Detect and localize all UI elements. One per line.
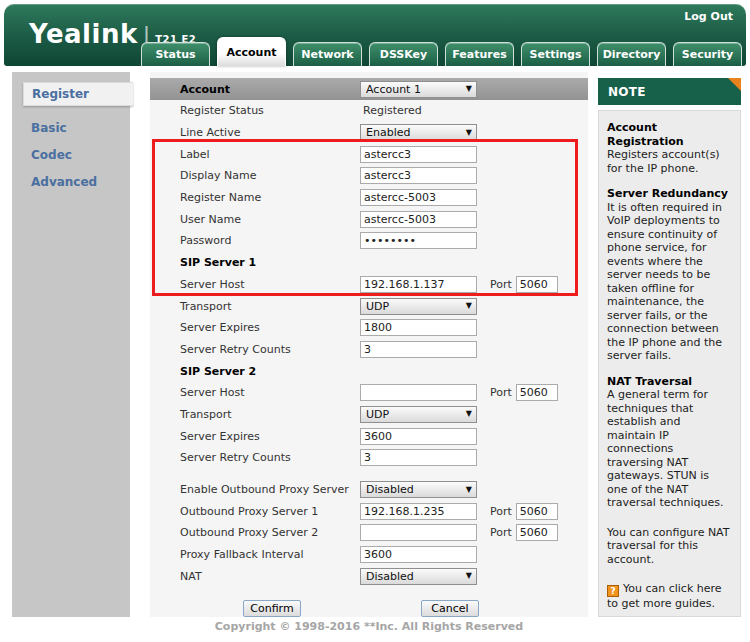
row-display-name: Display Name: [150, 165, 588, 187]
account-select[interactable]: Account 1 ▼: [360, 81, 477, 98]
page-header: Log Out Yealink | T21 E2 Status Account …: [4, 4, 746, 66]
server-port-1-input[interactable]: [516, 276, 558, 293]
chevron-down-icon: ▼: [466, 129, 472, 137]
account-select-value: Account 1: [366, 83, 421, 96]
outbound-proxy-port-1-input[interactable]: [516, 503, 558, 520]
note-section-server-redundancy: Server Redundancy It is often required i…: [607, 187, 732, 363]
note-section-heading: NAT Traversal: [607, 375, 732, 389]
logout-link[interactable]: Log Out: [684, 10, 733, 23]
field-label: Display Name: [150, 169, 360, 182]
port-label: Port: [490, 278, 512, 291]
tab-status[interactable]: Status: [141, 42, 210, 66]
outbound-proxy-port-2-input[interactable]: [516, 524, 558, 541]
row-server-host-2: Server Host Port: [150, 382, 588, 404]
tab-network[interactable]: Network: [293, 42, 362, 66]
password-input[interactable]: [360, 232, 477, 249]
note-section-text: A general term for techniques that estab…: [607, 388, 723, 509]
tab-account[interactable]: Account: [217, 37, 286, 66]
field-label: Proxy Fallback Interval: [150, 548, 360, 561]
note-section-text: It is often required in VoIP deployments…: [607, 201, 722, 363]
user-name-input[interactable]: [360, 211, 477, 228]
main-tab-bar: Status Account Network DSSKey Features S…: [141, 37, 742, 66]
note-section-nat-traversal: NAT Traversal A general term for techniq…: [607, 375, 732, 510]
tab-features[interactable]: Features: [445, 42, 514, 66]
field-label: Server Retry Counts: [150, 451, 360, 464]
sidebar-item-register[interactable]: Register: [23, 82, 133, 106]
row-transport-1: Transport UDP ▼: [150, 295, 588, 317]
server-port-2-input[interactable]: [516, 384, 558, 401]
tab-dsskey[interactable]: DSSKey: [369, 42, 438, 66]
port-label: Port: [490, 505, 512, 518]
row-label: Label: [150, 143, 588, 165]
confirm-button[interactable]: Confirm: [243, 600, 301, 617]
field-label: Transport: [150, 408, 360, 421]
server-host-1-input[interactable]: [360, 276, 477, 293]
copyright-text: Copyright © 1998-2016 **Inc. All Rights …: [150, 620, 588, 633]
outbound-proxy-2-input[interactable]: [360, 524, 477, 541]
note-extra-text: You can configure NAT traversal for this…: [607, 526, 732, 567]
row-outbound-proxy-1: Outbound Proxy Server 1 Port: [150, 500, 588, 522]
transport-1-select[interactable]: UDP ▼: [360, 298, 477, 315]
enable-outbound-proxy-select[interactable]: Disabled ▼: [360, 481, 477, 498]
section-sip-server-2: SIP Server 2: [150, 360, 588, 382]
transport-2-select[interactable]: UDP ▼: [360, 406, 477, 423]
server-expires-2-input[interactable]: [360, 428, 477, 445]
section-heading: SIP Server 2: [150, 365, 360, 378]
note-help-text: You can click here to get more guides.: [607, 582, 722, 610]
note-body: Account Registration Registers account(s…: [598, 110, 741, 617]
tab-security[interactable]: Security: [673, 42, 742, 66]
field-label: Server Host: [150, 278, 360, 291]
brand-name: Yealink: [29, 20, 138, 48]
account-bar: Account Account 1 ▼: [150, 78, 588, 100]
field-label: Password: [150, 234, 360, 247]
register-name-input[interactable]: [360, 189, 477, 206]
row-line-active: Line Active Enabled ▼: [150, 122, 588, 144]
tab-settings[interactable]: Settings: [521, 42, 590, 66]
field-label: Register Name: [150, 191, 360, 204]
display-name-input[interactable]: [360, 167, 477, 184]
cancel-button[interactable]: Cancel: [421, 600, 479, 617]
chevron-down-icon: ▼: [466, 85, 472, 93]
note-section-heading: Account Registration: [607, 121, 732, 148]
outbound-proxy-1-input[interactable]: [360, 503, 477, 520]
sidebar: Register Basic Codec Advanced: [12, 72, 130, 617]
field-label: User Name: [150, 213, 360, 226]
line-active-select[interactable]: Enabled ▼: [360, 124, 477, 141]
field-label: Register Status: [150, 104, 360, 117]
row-user-name: User Name: [150, 208, 588, 230]
server-expires-1-input[interactable]: [360, 319, 477, 336]
tab-directory[interactable]: Directory: [597, 42, 666, 66]
select-value: Enabled: [366, 126, 410, 139]
field-label: Server Expires: [150, 321, 360, 334]
proxy-fallback-interval-input[interactable]: [360, 546, 477, 563]
field-label: Transport: [150, 300, 360, 313]
server-retry-1-input[interactable]: [360, 341, 477, 358]
note-panel: NOTE Account Registration Registers acco…: [598, 78, 741, 617]
note-help-link[interactable]: ?You can click here to get more guides.: [607, 582, 732, 611]
port-label: Port: [490, 526, 512, 539]
label-input[interactable]: [360, 146, 477, 163]
field-label: Label: [150, 148, 360, 161]
note-section-account-registration: Account Registration Registers account(s…: [607, 121, 732, 175]
sidebar-item-advanced[interactable]: Advanced: [12, 168, 130, 195]
account-bar-label: Account: [150, 83, 360, 96]
row-transport-2: Transport UDP ▼: [150, 404, 588, 426]
field-label: Enable Outbound Proxy Server: [150, 483, 360, 496]
section-sip-server-1: SIP Server 1: [150, 252, 588, 274]
server-retry-2-input[interactable]: [360, 449, 477, 466]
nat-select[interactable]: Disabled ▼: [360, 568, 477, 585]
select-value: UDP: [366, 408, 389, 421]
sidebar-item-codec[interactable]: Codec: [12, 141, 130, 168]
folded-corner-icon: [728, 78, 741, 91]
field-label: Line Active: [150, 126, 360, 139]
help-icon[interactable]: ?: [607, 585, 619, 597]
row-register-status: Register Status Registered: [150, 100, 588, 122]
register-status-value: Registered: [363, 104, 422, 117]
account-register-form: Account Account 1 ▼ Register Status Regi…: [150, 72, 588, 617]
sidebar-item-basic[interactable]: Basic: [12, 114, 130, 141]
row-server-expires-2: Server Expires: [150, 425, 588, 447]
server-host-2-input[interactable]: [360, 384, 477, 401]
row-server-expires-1: Server Expires: [150, 317, 588, 339]
row-server-retry-1: Server Retry Counts: [150, 339, 588, 361]
field-label: Server Retry Counts: [150, 343, 360, 356]
